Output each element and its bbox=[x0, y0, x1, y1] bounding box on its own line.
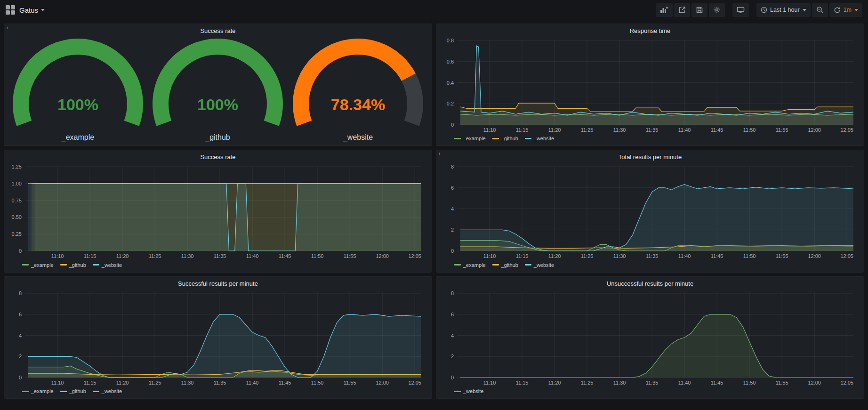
x-tick-label: 11:25 bbox=[581, 253, 594, 259]
y-tick-label: 0 bbox=[451, 248, 454, 254]
refresh-picker[interactable]: 1m bbox=[829, 3, 862, 17]
y-tick-label: 6 bbox=[451, 311, 454, 317]
dashboards-grid-icon[interactable] bbox=[6, 5, 15, 15]
legend-color-swatch bbox=[93, 264, 99, 265]
legend-item-_github[interactable]: _github bbox=[60, 388, 86, 394]
chart-successful-results[interactable]: 0246811:1011:1511:2011:2511:3011:3511:40… bbox=[8, 289, 428, 387]
time-range-picker[interactable]: Last 1 hour bbox=[756, 3, 811, 17]
y-tick-label: 2 bbox=[451, 227, 454, 233]
y-tick-label: 4 bbox=[19, 332, 22, 338]
chart-total-results[interactable]: 0246811:1011:1511:2011:2511:3011:3511:40… bbox=[440, 162, 860, 260]
x-tick-label: 11:20 bbox=[548, 380, 561, 386]
legend-item-_example[interactable]: _example bbox=[454, 262, 486, 268]
y-tick-label: 6 bbox=[19, 311, 22, 317]
gauge-value: 100% bbox=[198, 96, 239, 114]
y-tick-label: 2 bbox=[19, 354, 22, 359]
x-tick-label: 11:10 bbox=[483, 380, 496, 386]
gear-icon bbox=[713, 6, 721, 14]
x-tick-label: 11:10 bbox=[51, 380, 64, 386]
legend-color-swatch bbox=[22, 264, 29, 265]
y-tick-label: 8 bbox=[451, 164, 454, 169]
add-panel-button[interactable] bbox=[656, 3, 673, 17]
panel-info-icon[interactable]: i bbox=[439, 151, 440, 156]
chart-canvas: 0246811:1011:1511:2011:2511:3011:3511:40… bbox=[8, 289, 428, 387]
legend-item-_website[interactable]: _website bbox=[525, 262, 554, 268]
x-tick-label: 11:20 bbox=[548, 127, 561, 133]
dashboard-title-button[interactable]: Gatus bbox=[19, 6, 45, 14]
dashboard-settings-button[interactable] bbox=[709, 3, 725, 17]
x-tick-label: 11:55 bbox=[344, 253, 356, 259]
panel-title[interactable]: Total results per minute bbox=[436, 150, 864, 162]
x-tick-label: 11:30 bbox=[181, 380, 194, 386]
gauge-_example: 100%_example bbox=[8, 36, 148, 144]
x-tick-label: 12:05 bbox=[408, 253, 421, 259]
x-tick-label: 11:10 bbox=[51, 253, 64, 259]
x-tick-label: 11:45 bbox=[279, 380, 291, 386]
y-tick-label: 0.75 bbox=[12, 198, 22, 203]
y-tick-label: 0.25 bbox=[12, 232, 22, 237]
gauge-_github: 100%_github bbox=[148, 36, 288, 144]
cycle-view-mode-button[interactable] bbox=[732, 3, 749, 17]
dashboard-grid: i Success rate 100%_example100%_github78… bbox=[0, 20, 868, 402]
legend-color-swatch bbox=[60, 264, 67, 265]
legend: _example_github_website bbox=[8, 387, 428, 396]
share-dashboard-button[interactable] bbox=[674, 3, 690, 17]
legend-series-name: _github bbox=[69, 388, 86, 394]
legend-series-name: _example bbox=[463, 262, 486, 268]
x-tick-label: 11:25 bbox=[149, 253, 161, 259]
x-tick-label: 11:55 bbox=[776, 380, 788, 386]
panel-title[interactable]: Successful results per minute bbox=[4, 277, 432, 289]
y-tick-label: 4 bbox=[451, 332, 454, 338]
save-dashboard-button[interactable] bbox=[691, 3, 707, 17]
panel-title[interactable]: Unsuccessful results per minute bbox=[436, 277, 864, 289]
legend: _website bbox=[440, 387, 860, 396]
x-tick-label: 11:30 bbox=[613, 253, 626, 259]
gauge-value: 100% bbox=[57, 96, 98, 114]
legend-series-name: _example bbox=[31, 388, 54, 394]
legend-item-_github[interactable]: _github bbox=[492, 136, 518, 141]
panel-title[interactable]: Response time bbox=[436, 24, 864, 36]
legend-color-swatch bbox=[454, 138, 461, 139]
legend-item-_example[interactable]: _example bbox=[22, 262, 54, 268]
x-tick-label: 11:25 bbox=[149, 380, 161, 386]
x-tick-label: 11:50 bbox=[743, 127, 756, 133]
legend-item-_website[interactable]: _website bbox=[525, 136, 554, 141]
x-tick-label: 11:55 bbox=[776, 253, 788, 259]
legend-series-name: _website bbox=[102, 388, 122, 394]
x-tick-label: 12:00 bbox=[808, 127, 821, 133]
y-tick-label: 1.25 bbox=[12, 164, 22, 169]
zoom-out-icon bbox=[816, 6, 824, 14]
legend-item-_website[interactable]: _website bbox=[93, 262, 122, 268]
chart-unsuccessful-results[interactable]: 0246811:1011:1511:2011:2511:3011:3511:40… bbox=[440, 289, 860, 387]
chart-success-rate[interactable]: 00.250.500.751.001.2511:1011:1511:2011:2… bbox=[8, 162, 428, 260]
legend-item-_example[interactable]: _example bbox=[22, 388, 54, 394]
x-tick-label: 11:35 bbox=[646, 253, 659, 259]
tv-monitor-icon bbox=[737, 6, 745, 14]
gauge-value: 78.34% bbox=[331, 96, 385, 114]
panel-info-icon[interactable]: i bbox=[7, 25, 8, 30]
top-navbar: Gatus Last 1 hour 1m bbox=[0, 0, 868, 20]
x-tick-label: 11:15 bbox=[516, 127, 529, 133]
dashboard-title: Gatus bbox=[19, 6, 38, 14]
zoom-out-time-button[interactable] bbox=[812, 3, 828, 17]
legend-item-_github[interactable]: _github bbox=[492, 262, 518, 268]
legend-item-_website[interactable]: _website bbox=[454, 388, 483, 394]
refresh-icon bbox=[834, 7, 841, 14]
y-tick-label: 4 bbox=[451, 206, 454, 212]
legend-series-name: _website bbox=[463, 388, 483, 394]
panel-title[interactable]: Success rate bbox=[4, 150, 432, 162]
legend-item-_github[interactable]: _github bbox=[60, 262, 86, 268]
x-tick-label: 11:20 bbox=[116, 380, 129, 386]
panel-title[interactable]: Success rate bbox=[4, 24, 432, 36]
x-tick-label: 11:15 bbox=[84, 380, 96, 386]
x-tick-label: 11:30 bbox=[181, 253, 194, 259]
chart-response-time[interactable]: 00.20.40.60.811:1011:1511:2011:2511:3011… bbox=[440, 36, 860, 134]
legend-color-swatch bbox=[93, 391, 99, 392]
share-icon bbox=[678, 6, 686, 14]
legend-item-_example[interactable]: _example bbox=[454, 136, 486, 141]
gauge-row[interactable]: 100%_example100%_github78.34%_website bbox=[8, 36, 428, 144]
legend-item-_website[interactable]: _website bbox=[93, 388, 122, 394]
x-tick-label: 11:40 bbox=[678, 380, 691, 386]
x-tick-label: 11:20 bbox=[548, 253, 561, 259]
refresh-interval-label: 1m bbox=[844, 7, 852, 13]
